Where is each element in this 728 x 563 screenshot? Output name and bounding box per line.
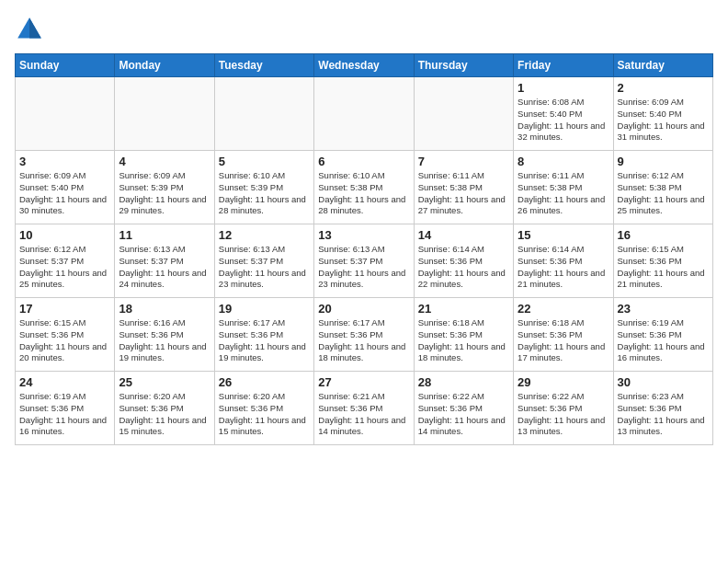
page-header (15, 15, 713, 44)
day-info: Sunrise: 6:09 AM Sunset: 5:40 PM Dayligh… (19, 170, 110, 217)
calendar-cell: 2Sunrise: 6:09 AM Sunset: 5:40 PM Daylig… (613, 77, 712, 151)
day-number: 11 (119, 228, 210, 242)
day-number: 3 (19, 155, 110, 168)
day-number: 1 (518, 81, 609, 95)
calendar-cell: 1Sunrise: 6:08 AM Sunset: 5:40 PM Daylig… (514, 77, 613, 151)
calendar-cell: 16Sunrise: 6:15 AM Sunset: 5:36 PM Dayli… (613, 224, 712, 298)
calendar-header-row: SundayMondayTuesdayWednesdayThursdayFrid… (16, 54, 713, 77)
calendar-cell: 11Sunrise: 6:13 AM Sunset: 5:37 PM Dayli… (115, 224, 214, 298)
day-of-week-header: Sunday (16, 54, 115, 77)
day-of-week-header: Monday (115, 54, 214, 77)
day-info: Sunrise: 6:14 AM Sunset: 5:36 PM Dayligh… (518, 244, 609, 291)
day-number: 25 (119, 375, 210, 389)
day-info: Sunrise: 6:15 AM Sunset: 5:36 PM Dayligh… (19, 317, 110, 364)
day-number: 4 (119, 155, 210, 168)
calendar-cell: 23Sunrise: 6:19 AM Sunset: 5:36 PM Dayli… (613, 298, 712, 372)
day-number: 5 (219, 155, 310, 168)
day-number: 28 (418, 375, 509, 389)
day-number: 26 (219, 375, 310, 389)
day-number: 8 (518, 155, 609, 168)
day-number: 9 (618, 155, 709, 168)
day-info: Sunrise: 6:08 AM Sunset: 5:40 PM Dayligh… (518, 97, 609, 144)
day-info: Sunrise: 6:10 AM Sunset: 5:38 PM Dayligh… (318, 170, 409, 217)
day-of-week-header: Friday (514, 54, 613, 77)
day-info: Sunrise: 6:19 AM Sunset: 5:36 PM Dayligh… (618, 317, 709, 364)
calendar-cell: 24Sunrise: 6:19 AM Sunset: 5:36 PM Dayli… (16, 372, 115, 445)
day-info: Sunrise: 6:09 AM Sunset: 5:40 PM Dayligh… (618, 97, 709, 144)
calendar-cell: 6Sunrise: 6:10 AM Sunset: 5:38 PM Daylig… (314, 151, 414, 224)
calendar-cell: 3Sunrise: 6:09 AM Sunset: 5:40 PM Daylig… (16, 151, 115, 224)
day-number: 2 (618, 81, 709, 95)
calendar-cell: 26Sunrise: 6:20 AM Sunset: 5:36 PM Dayli… (214, 372, 313, 445)
day-number: 23 (618, 302, 709, 316)
day-number: 10 (19, 228, 110, 242)
calendar-cell: 14Sunrise: 6:14 AM Sunset: 5:36 PM Dayli… (414, 224, 513, 298)
day-info: Sunrise: 6:18 AM Sunset: 5:36 PM Dayligh… (518, 317, 609, 364)
calendar-cell: 29Sunrise: 6:22 AM Sunset: 5:36 PM Dayli… (514, 372, 613, 445)
day-number: 18 (119, 302, 210, 316)
calendar-cell: 22Sunrise: 6:18 AM Sunset: 5:36 PM Dayli… (514, 298, 613, 372)
day-of-week-header: Saturday (613, 54, 712, 77)
calendar-cell: 15Sunrise: 6:14 AM Sunset: 5:36 PM Dayli… (514, 224, 613, 298)
day-number: 17 (19, 302, 110, 316)
day-info: Sunrise: 6:18 AM Sunset: 5:36 PM Dayligh… (418, 317, 509, 364)
day-of-week-header: Tuesday (214, 54, 313, 77)
calendar-week-row: 1Sunrise: 6:08 AM Sunset: 5:40 PM Daylig… (16, 77, 713, 151)
calendar-cell: 17Sunrise: 6:15 AM Sunset: 5:36 PM Dayli… (16, 298, 115, 372)
calendar-week-row: 24Sunrise: 6:19 AM Sunset: 5:36 PM Dayli… (16, 372, 713, 445)
day-number: 29 (518, 375, 609, 389)
day-info: Sunrise: 6:12 AM Sunset: 5:38 PM Dayligh… (618, 170, 709, 217)
calendar-cell: 25Sunrise: 6:20 AM Sunset: 5:36 PM Dayli… (115, 372, 214, 445)
calendar-cell: 8Sunrise: 6:11 AM Sunset: 5:38 PM Daylig… (514, 151, 613, 224)
logo-icon (15, 15, 44, 44)
day-number: 22 (518, 302, 609, 316)
day-number: 16 (618, 228, 709, 242)
day-info: Sunrise: 6:16 AM Sunset: 5:36 PM Dayligh… (119, 317, 210, 364)
calendar-cell: 27Sunrise: 6:21 AM Sunset: 5:36 PM Dayli… (314, 372, 414, 445)
calendar-cell (115, 77, 214, 151)
calendar-cell: 9Sunrise: 6:12 AM Sunset: 5:38 PM Daylig… (613, 151, 712, 224)
calendar-cell (214, 77, 313, 151)
calendar-cell: 12Sunrise: 6:13 AM Sunset: 5:37 PM Dayli… (214, 224, 313, 298)
calendar-week-row: 10Sunrise: 6:12 AM Sunset: 5:37 PM Dayli… (16, 224, 713, 298)
day-number: 27 (318, 375, 409, 389)
day-info: Sunrise: 6:12 AM Sunset: 5:37 PM Dayligh… (19, 244, 110, 291)
day-number: 19 (219, 302, 310, 316)
day-number: 30 (618, 375, 709, 389)
logo (15, 15, 48, 44)
day-info: Sunrise: 6:22 AM Sunset: 5:36 PM Dayligh… (518, 391, 609, 438)
day-info: Sunrise: 6:09 AM Sunset: 5:39 PM Dayligh… (119, 170, 210, 217)
day-of-week-header: Thursday (414, 54, 513, 77)
day-number: 24 (19, 375, 110, 389)
day-number: 13 (318, 228, 409, 242)
calendar-cell: 21Sunrise: 6:18 AM Sunset: 5:36 PM Dayli… (414, 298, 513, 372)
day-info: Sunrise: 6:21 AM Sunset: 5:36 PM Dayligh… (318, 391, 409, 438)
day-info: Sunrise: 6:11 AM Sunset: 5:38 PM Dayligh… (418, 170, 509, 217)
day-info: Sunrise: 6:22 AM Sunset: 5:36 PM Dayligh… (418, 391, 509, 438)
calendar-cell: 13Sunrise: 6:13 AM Sunset: 5:37 PM Dayli… (314, 224, 414, 298)
calendar-cell (16, 77, 115, 151)
day-info: Sunrise: 6:10 AM Sunset: 5:39 PM Dayligh… (219, 170, 310, 217)
calendar-cell (314, 77, 414, 151)
calendar-cell: 4Sunrise: 6:09 AM Sunset: 5:39 PM Daylig… (115, 151, 214, 224)
day-info: Sunrise: 6:13 AM Sunset: 5:37 PM Dayligh… (219, 244, 310, 291)
calendar-week-row: 17Sunrise: 6:15 AM Sunset: 5:36 PM Dayli… (16, 298, 713, 372)
calendar-cell: 10Sunrise: 6:12 AM Sunset: 5:37 PM Dayli… (16, 224, 115, 298)
day-info: Sunrise: 6:13 AM Sunset: 5:37 PM Dayligh… (318, 244, 409, 291)
day-number: 20 (318, 302, 409, 316)
day-info: Sunrise: 6:11 AM Sunset: 5:38 PM Dayligh… (518, 170, 609, 217)
calendar-week-row: 3Sunrise: 6:09 AM Sunset: 5:40 PM Daylig… (16, 151, 713, 224)
calendar-cell: 5Sunrise: 6:10 AM Sunset: 5:39 PM Daylig… (214, 151, 313, 224)
day-info: Sunrise: 6:17 AM Sunset: 5:36 PM Dayligh… (318, 317, 409, 364)
calendar-cell: 19Sunrise: 6:17 AM Sunset: 5:36 PM Dayli… (214, 298, 313, 372)
day-info: Sunrise: 6:13 AM Sunset: 5:37 PM Dayligh… (119, 244, 210, 291)
calendar-cell: 28Sunrise: 6:22 AM Sunset: 5:36 PM Dayli… (414, 372, 513, 445)
day-of-week-header: Wednesday (314, 54, 414, 77)
day-info: Sunrise: 6:23 AM Sunset: 5:36 PM Dayligh… (618, 391, 709, 438)
day-info: Sunrise: 6:15 AM Sunset: 5:36 PM Dayligh… (618, 244, 709, 291)
svg-marker-1 (29, 17, 41, 38)
calendar-cell (414, 77, 513, 151)
calendar-cell: 7Sunrise: 6:11 AM Sunset: 5:38 PM Daylig… (414, 151, 513, 224)
day-number: 12 (219, 228, 310, 242)
calendar-table: SundayMondayTuesdayWednesdayThursdayFrid… (15, 53, 713, 445)
